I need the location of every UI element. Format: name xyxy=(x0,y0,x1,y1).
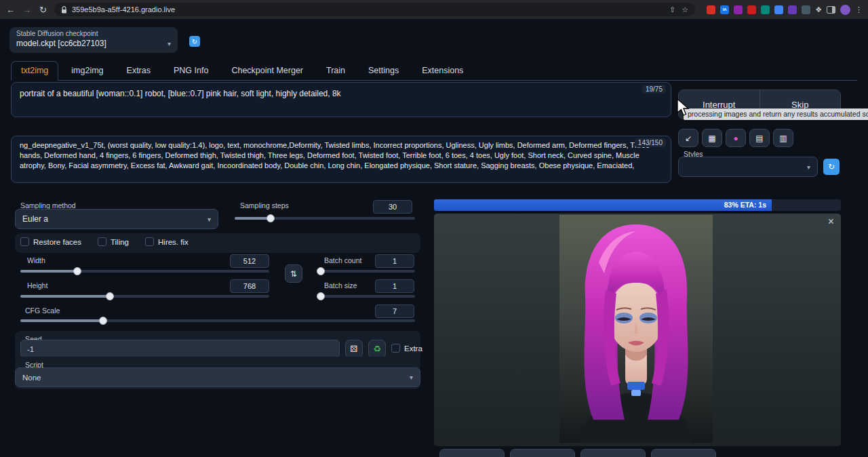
extensions-puzzle-icon[interactable]: ❖ xyxy=(815,5,822,14)
tab-extensions[interactable]: Extensions xyxy=(412,61,473,80)
sampling-method-value: Euler a xyxy=(22,214,48,224)
height-label: Height xyxy=(27,281,47,290)
result-action-button[interactable] xyxy=(439,449,505,457)
extension-icon[interactable] xyxy=(761,5,770,14)
tab-img2img[interactable]: img2img xyxy=(61,61,113,80)
sampling-method-dropdown[interactable]: Euler a ▾ xyxy=(15,209,218,229)
generated-image[interactable] xyxy=(559,215,713,443)
reuse-seed-button[interactable]: ♻ xyxy=(368,340,386,358)
cfg-scale-input[interactable] xyxy=(375,304,414,318)
tab-train[interactable]: Train xyxy=(316,61,355,80)
browser-menu-icon[interactable]: ⋮ xyxy=(855,5,863,14)
sampling-steps-label: Sampling steps xyxy=(240,201,289,210)
reload-icon[interactable]: ↻ xyxy=(38,5,48,15)
batch-count-input[interactable] xyxy=(375,254,414,268)
tab-extras[interactable]: Extras xyxy=(117,61,161,80)
option-label: Restore faces xyxy=(33,238,81,246)
width-input[interactable] xyxy=(230,254,269,268)
url-text: 359e5b9a-a5ff-4216.gradio.live xyxy=(72,5,665,14)
extension-icon[interactable] xyxy=(788,5,797,14)
forward-icon[interactable]: → xyxy=(22,5,32,15)
tab-settings[interactable]: Settings xyxy=(358,61,409,80)
width-slider[interactable] xyxy=(20,267,269,275)
palette-icon: ● xyxy=(733,134,738,143)
extension-icon[interactable] xyxy=(802,5,810,14)
main-tabbar: txt2img img2img Extras PNG Info Checkpoi… xyxy=(11,60,857,81)
cfg-scale-slider[interactable] xyxy=(20,317,415,325)
prompt-tools: ↙ ▦ ● ▤ ▥ xyxy=(678,129,793,147)
extension-area: IA ❖ ⋮ xyxy=(707,5,863,15)
checkpoint-dropdown[interactable]: Stable Diffusion checkpoint model.ckpt [… xyxy=(9,27,178,53)
checkpoint-refresh-button[interactable]: ↻ xyxy=(189,36,200,47)
batch-size-label: Batch size xyxy=(324,281,357,290)
slider-thumb[interactable] xyxy=(317,292,325,300)
extension-icon[interactable] xyxy=(734,5,743,14)
seed-input[interactable] xyxy=(20,340,340,358)
clear-prompt-button[interactable]: ▦ xyxy=(702,129,722,147)
slider-thumb[interactable] xyxy=(73,267,81,275)
width-label: Width xyxy=(27,256,45,264)
style-palette-button[interactable]: ● xyxy=(726,129,746,147)
close-preview-icon[interactable]: × xyxy=(828,216,834,228)
paste-icon: ↙ xyxy=(685,134,692,143)
output-gallery: × xyxy=(434,214,841,446)
extension-icon-ia[interactable]: IA xyxy=(720,5,729,14)
tab-png-info[interactable]: PNG Info xyxy=(163,61,218,80)
seed-extra-option[interactable]: Extra xyxy=(391,344,422,353)
batch-count-slider[interactable] xyxy=(319,267,415,275)
sampling-steps-input[interactable] xyxy=(373,200,412,214)
save-style-button[interactable]: ▥ xyxy=(773,129,793,147)
slider-fill xyxy=(20,270,77,273)
browser-toolbar: ← → ↻ 359e5b9a-a5ff-4216.gradio.live ⇧ ☆… xyxy=(0,0,868,19)
chevron-down-icon: ▾ xyxy=(807,163,810,171)
paste-params-button[interactable]: ↙ xyxy=(678,129,698,147)
styles-refresh-button[interactable]: ↻ xyxy=(823,159,840,175)
url-bar[interactable]: 359e5b9a-a5ff-4216.gradio.live ⇧ ☆ xyxy=(54,3,695,16)
height-slider[interactable] xyxy=(20,292,269,300)
result-action-button[interactable] xyxy=(651,449,716,457)
trash-icon: ▦ xyxy=(708,134,715,143)
tiling-option[interactable]: Tiling xyxy=(98,237,129,246)
height-input[interactable] xyxy=(230,279,269,293)
prompt-input[interactable]: portrait of a beautiful [woman::0.1] rob… xyxy=(12,83,671,117)
back-icon[interactable]: ← xyxy=(5,5,16,15)
extension-icon[interactable] xyxy=(774,5,783,14)
checkbox[interactable] xyxy=(98,237,106,246)
batch-size-slider[interactable] xyxy=(319,292,415,300)
slider-track[interactable] xyxy=(319,295,415,298)
random-seed-button[interactable]: ⚄ xyxy=(345,340,363,358)
profile-avatar[interactable] xyxy=(840,5,850,15)
prompt-box: 19/75 portrait of a beautiful [woman::0.… xyxy=(11,82,671,117)
slider-thumb[interactable] xyxy=(99,317,107,325)
tab-txt2img[interactable]: txt2img xyxy=(11,61,58,81)
checkbox[interactable] xyxy=(20,237,29,246)
negative-prompt-input[interactable]: ng_deepnegative_v1_75t, (worst quality, … xyxy=(12,136,671,182)
slider-thumb[interactable] xyxy=(267,214,275,222)
slider-thumb[interactable] xyxy=(106,292,114,300)
sidebar-toggle-icon[interactable] xyxy=(827,6,835,14)
slider-thumb[interactable] xyxy=(317,267,325,275)
save-icon: ▥ xyxy=(779,134,787,143)
styles-dropdown[interactable]: ▾ xyxy=(678,157,818,177)
negative-prompt-box: 143/150 ng_deepnegative_v1_75t, (worst q… xyxy=(11,136,671,183)
cfg-scale-label: CFG Scale xyxy=(25,306,60,315)
share-icon[interactable]: ⇧ xyxy=(669,5,675,14)
lock-icon xyxy=(61,6,67,14)
restore-faces-option[interactable]: Restore faces xyxy=(20,237,81,246)
bookmark-star-icon[interactable]: ☆ xyxy=(682,5,688,14)
sampling-steps-slider[interactable] xyxy=(235,214,415,222)
batch-size-input[interactable] xyxy=(375,279,414,293)
result-action-button[interactable] xyxy=(510,449,575,457)
hires-fix-option[interactable]: Hires. fix xyxy=(145,237,189,246)
script-dropdown[interactable]: None ▾ xyxy=(15,367,420,387)
slider-track[interactable] xyxy=(319,270,415,273)
extension-icon[interactable] xyxy=(747,5,756,14)
result-action-button[interactable] xyxy=(580,449,646,457)
prompt-token-counter: 19/75 xyxy=(642,85,666,94)
swap-dimensions-button[interactable]: ⇅ xyxy=(285,264,302,283)
apply-styles-button[interactable]: ▤ xyxy=(749,129,770,147)
checkbox[interactable] xyxy=(391,344,400,353)
extension-icon[interactable] xyxy=(707,5,715,14)
checkbox[interactable] xyxy=(145,237,154,246)
tab-checkpoint-merger[interactable]: Checkpoint Merger xyxy=(221,61,313,80)
